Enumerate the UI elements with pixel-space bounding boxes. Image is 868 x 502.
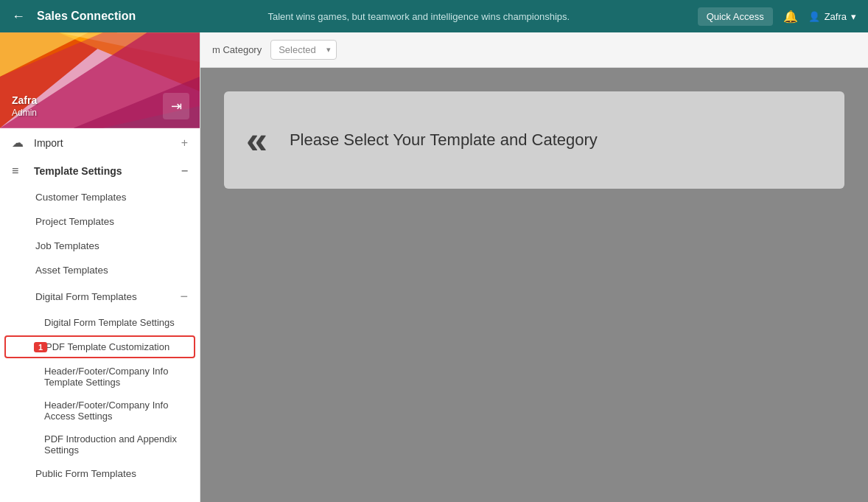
sidebar-item-header-footer-template-settings[interactable]: Header/Footer/Company Info Template Sett… <box>0 360 200 394</box>
please-select-panel: « Please Select Your Template and Catego… <box>224 91 844 189</box>
bell-icon[interactable]: 🔔 <box>783 10 798 24</box>
sidebar-item-template-settings[interactable]: ≡ Template Settings − <box>0 157 200 185</box>
template-category-bar: m Category Selected ▾ <box>200 32 868 68</box>
header-footer-access-label: Header/Footer/Company Info Access Settin… <box>44 400 168 422</box>
pdf-template-customization-label: PDF Template Customization <box>46 341 169 352</box>
pdf-template-badge: 1 <box>34 342 47 352</box>
quick-access-button[interactable]: Quick Access <box>698 7 773 26</box>
sidebar-item-project-templates[interactable]: Project Templates <box>0 209 200 234</box>
back-button[interactable]: ← <box>12 9 25 24</box>
topbar-right: Quick Access 🔔 👤 Zafra ▾ <box>698 7 856 26</box>
user-menu[interactable]: 👤 Zafra ▾ <box>808 11 856 22</box>
sidebar-avatar-area: Zafra Admin ⇥ <box>0 32 200 128</box>
sidebar: Zafra Admin ⇥ ☁ Import + ≡ Template Sett… <box>0 32 200 502</box>
import-icon: ☁ <box>12 136 27 150</box>
avatar-user-name: Zafra <box>12 94 37 106</box>
user-avatar-icon: 👤 <box>808 11 820 22</box>
public-form-templates-label: Public Form Templates <box>35 468 136 479</box>
please-select-text: Please Select Your Template and Category <box>290 130 598 150</box>
layout: Zafra Admin ⇥ ☁ Import + ≡ Template Sett… <box>0 32 868 502</box>
sidebar-item-header-footer-access-settings[interactable]: Header/Footer/Company Info Access Settin… <box>0 394 200 428</box>
sidebar-item-pdf-template-customization[interactable]: 1 PDF Template Customization <box>4 335 195 358</box>
import-plus-icon: + <box>181 136 188 150</box>
template-settings-label: Template Settings <box>34 165 174 177</box>
sidebar-item-asset-templates[interactable]: Asset Templates <box>0 258 200 282</box>
template-settings-collapse-icon: − <box>181 164 188 178</box>
sidebar-item-job-templates[interactable]: Job Templates <box>0 234 200 258</box>
sidebar-item-import[interactable]: ☁ Import + <box>0 128 200 157</box>
sidebar-item-pdf-intro-appendix[interactable]: PDF Introduction and Appendix Settings <box>0 428 200 461</box>
double-chevron-icon: « <box>246 121 267 159</box>
sidebar-item-digital-form-templates[interactable]: Digital Form Templates − <box>0 282 200 311</box>
main-content: m Category Selected ▾ « Please Select Yo… <box>200 32 868 502</box>
customer-templates-label: Customer Templates <box>35 192 127 203</box>
category-select-wrapper: Selected ▾ <box>270 40 337 60</box>
sidebar-nav: ☁ Import + ≡ Template Settings − Custome… <box>0 128 200 486</box>
category-bar-label: m Category <box>212 44 262 55</box>
topbar-motto: Talent wins games, but teamwork and inte… <box>149 11 689 22</box>
import-label: Import <box>34 137 174 149</box>
digital-form-collapse-icon: − <box>180 289 188 304</box>
user-name-label: Zafra <box>825 11 847 22</box>
topbar: ← Sales Connection Talent wins games, bu… <box>0 0 868 32</box>
asset-templates-label: Asset Templates <box>35 265 108 276</box>
header-footer-template-label: Header/Footer/Company Info Template Sett… <box>44 366 168 388</box>
user-chevron-icon: ▾ <box>851 11 856 22</box>
digital-form-template-settings-label: Digital Form Template Settings <box>44 317 175 328</box>
sidebar-item-customer-templates[interactable]: Customer Templates <box>0 185 200 209</box>
main-grey-area: « Please Select Your Template and Catego… <box>200 68 868 502</box>
project-templates-label: Project Templates <box>35 216 114 227</box>
job-templates-label: Job Templates <box>35 240 99 251</box>
avatar-user-role: Admin <box>12 108 37 118</box>
template-settings-icon: ≡ <box>12 164 27 178</box>
category-select[interactable]: Selected <box>270 40 337 60</box>
sidebar-item-public-form-templates[interactable]: Public Form Templates <box>0 461 200 486</box>
sidebar-item-digital-form-template-settings[interactable]: Digital Form Template Settings <box>0 311 200 334</box>
digital-form-templates-label: Digital Form Templates <box>35 291 137 302</box>
logout-button[interactable]: ⇥ <box>163 93 189 119</box>
pdf-intro-appendix-label: PDF Introduction and Appendix Settings <box>44 433 177 456</box>
app-title: Sales Connection <box>37 10 140 23</box>
